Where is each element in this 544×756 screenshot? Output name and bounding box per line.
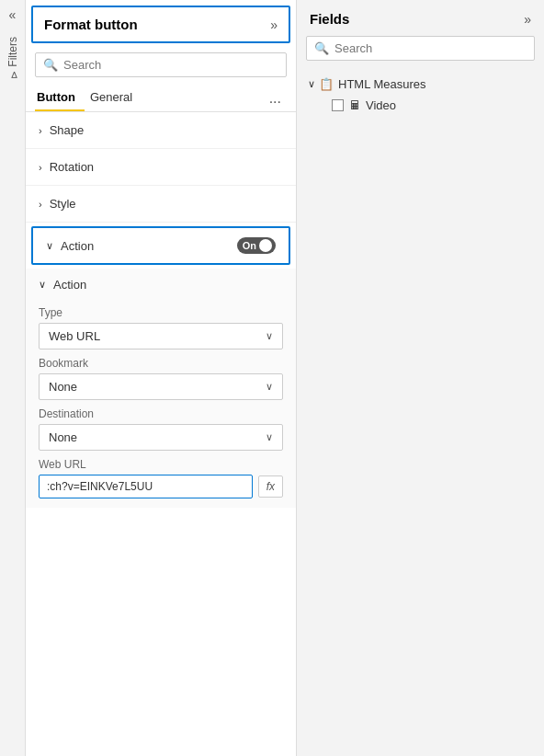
- left-search-input[interactable]: [63, 58, 278, 72]
- table-icon: 📋: [319, 77, 334, 91]
- tree-root-html-measures[interactable]: ∨ 📋 HTML Measures: [306, 74, 535, 95]
- chevron-right-icon: ›: [39, 125, 42, 136]
- section-style[interactable]: › Style: [26, 186, 296, 223]
- type-label: Type: [39, 306, 283, 319]
- chevron-right-icon: ›: [39, 162, 42, 173]
- section-action-header[interactable]: ∨ Action On: [31, 226, 290, 265]
- bookmark-dropdown[interactable]: None ∨: [39, 373, 283, 400]
- fields-header: Fields »: [297, 0, 544, 36]
- chevron-down-icon: ∨: [39, 279, 46, 291]
- section-rotation[interactable]: › Rotation: [26, 149, 296, 186]
- type-dropdown[interactable]: Web URL ∨: [39, 323, 283, 349]
- action-toggle[interactable]: On: [237, 237, 276, 254]
- tree-child-video[interactable]: 🖩 Video: [306, 95, 535, 116]
- tab-button[interactable]: Button: [35, 85, 85, 111]
- sidebar-strip: « ⊳ Filters: [0, 0, 26, 756]
- panel-title: Format button: [44, 17, 138, 32]
- dropdown-chevron-icon: ∨: [266, 431, 273, 443]
- chevron-right-icon: ›: [39, 199, 42, 210]
- dropdown-chevron-icon: ∨: [266, 330, 273, 342]
- web-url-row: :ch?v=EINKVe7L5UU fx: [39, 475, 283, 498]
- tabs-bar: Button General ...: [26, 85, 296, 112]
- left-search-box: 🔍: [35, 52, 287, 77]
- web-url-input[interactable]: :ch?v=EINKVe7L5UU: [39, 475, 253, 498]
- web-url-label: Web URL: [39, 458, 283, 471]
- tabs-more-button[interactable]: ...: [264, 86, 287, 110]
- filters-label[interactable]: ⊳ Filters: [6, 37, 19, 79]
- section-shape[interactable]: › Shape: [26, 112, 296, 149]
- action-expanded-content: ∨ Action Type Web URL ∨ Bookmark None ∨ …: [26, 269, 296, 508]
- action-sub-header[interactable]: ∨ Action: [39, 269, 283, 299]
- fields-expand-icon[interactable]: »: [524, 12, 531, 27]
- collapse-panel-icon[interactable]: «: [9, 7, 17, 22]
- right-search-box: 🔍: [306, 36, 535, 61]
- dropdown-chevron-icon: ∨: [266, 381, 273, 393]
- destination-dropdown[interactable]: None ∨: [39, 424, 283, 451]
- bookmark-label: Bookmark: [39, 357, 283, 370]
- panel-expand-icon[interactable]: »: [270, 17, 278, 32]
- right-panel: Fields » 🔍 ∨ 📋 HTML Measures 🖩 Video: [297, 0, 544, 756]
- toggle-circle: [259, 239, 272, 252]
- fx-button[interactable]: fx: [258, 475, 283, 498]
- format-button-header: Format button »: [31, 6, 290, 43]
- fields-tree: ∨ 📋 HTML Measures 🖩 Video: [297, 70, 544, 120]
- search-icon: 🔍: [314, 41, 329, 55]
- tab-general[interactable]: General: [88, 85, 142, 111]
- filter-icon: ⊳: [6, 71, 18, 79]
- right-search-input[interactable]: [334, 41, 527, 55]
- calculator-icon: 🖩: [349, 98, 361, 112]
- expand-icon: ∨: [308, 78, 315, 90]
- search-icon: 🔍: [43, 58, 58, 72]
- destination-label: Destination: [39, 407, 283, 420]
- fields-title: Fields: [310, 11, 349, 27]
- left-panel: Format button » 🔍 Button General ... › S…: [26, 0, 297, 756]
- chevron-down-icon: ∨: [46, 240, 53, 252]
- video-checkbox[interactable]: [332, 99, 344, 111]
- sections-list: › Shape › Rotation › Style ∨ Action On: [26, 112, 296, 756]
